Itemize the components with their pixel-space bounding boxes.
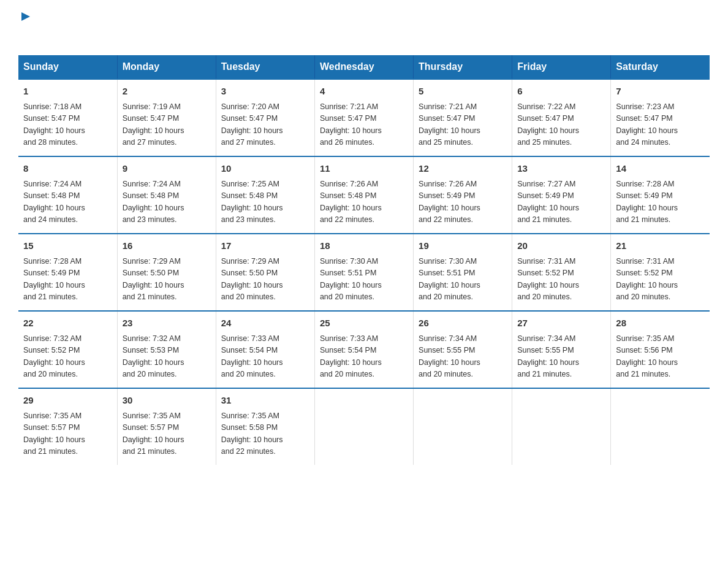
calendar-cell	[512, 388, 611, 465]
day-info: Sunrise: 7:19 AMSunset: 5:47 PMDaylight:…	[123, 101, 211, 149]
day-number: 1	[23, 85, 112, 99]
day-info: Sunrise: 7:21 AMSunset: 5:47 PMDaylight:…	[419, 101, 507, 149]
calendar-week-row: 8Sunrise: 7:24 AMSunset: 5:48 PMDaylight…	[18, 156, 710, 234]
day-number: 15	[23, 239, 112, 253]
calendar-cell: 29Sunrise: 7:35 AMSunset: 5:57 PMDayligh…	[18, 388, 117, 465]
day-info: Sunrise: 7:22 AMSunset: 5:47 PMDaylight:…	[517, 101, 605, 149]
day-number: 3	[221, 85, 309, 99]
calendar-header-row: SundayMondayTuesdayWednesdayThursdayFrid…	[18, 55, 710, 79]
day-number: 12	[419, 162, 507, 176]
calendar-cell: 27Sunrise: 7:34 AMSunset: 5:55 PMDayligh…	[512, 311, 611, 388]
calendar-cell: 13Sunrise: 7:27 AMSunset: 5:49 PMDayligh…	[512, 156, 611, 234]
day-info: Sunrise: 7:32 AMSunset: 5:53 PMDaylight:…	[123, 333, 211, 381]
calendar-cell: 20Sunrise: 7:31 AMSunset: 5:52 PMDayligh…	[512, 234, 611, 311]
calendar-cell: 1Sunrise: 7:18 AMSunset: 5:47 PMDaylight…	[18, 79, 117, 156]
day-info: Sunrise: 7:35 AMSunset: 5:56 PMDaylight:…	[616, 333, 705, 381]
day-info: Sunrise: 7:31 AMSunset: 5:52 PMDaylight:…	[616, 256, 705, 304]
calendar-cell: 14Sunrise: 7:28 AMSunset: 5:49 PMDayligh…	[611, 156, 710, 234]
header-sunday: Sunday	[18, 55, 117, 79]
day-number: 16	[123, 239, 211, 253]
calendar-cell: 31Sunrise: 7:35 AMSunset: 5:58 PMDayligh…	[216, 388, 314, 465]
calendar-table: SundayMondayTuesdayWednesdayThursdayFrid…	[18, 55, 710, 465]
calendar-cell	[611, 388, 710, 465]
day-number: 13	[517, 162, 605, 176]
day-info: Sunrise: 7:27 AMSunset: 5:49 PMDaylight:…	[517, 178, 605, 226]
day-info: Sunrise: 7:30 AMSunset: 5:51 PMDaylight:…	[419, 256, 507, 304]
header-thursday: Thursday	[414, 55, 512, 79]
day-number: 4	[320, 85, 408, 99]
calendar-cell: 8Sunrise: 7:24 AMSunset: 5:48 PMDaylight…	[18, 156, 117, 234]
day-number: 19	[419, 239, 507, 253]
day-info: Sunrise: 7:29 AMSunset: 5:50 PMDaylight:…	[123, 256, 211, 304]
day-info: Sunrise: 7:31 AMSunset: 5:52 PMDaylight:…	[517, 256, 605, 304]
day-info: Sunrise: 7:24 AMSunset: 5:48 PMDaylight:…	[123, 178, 211, 226]
day-number: 25	[320, 316, 408, 331]
day-number: 22	[23, 316, 112, 331]
calendar-cell: 2Sunrise: 7:19 AMSunset: 5:47 PMDaylight…	[117, 79, 216, 156]
day-number: 24	[221, 316, 309, 331]
day-info: Sunrise: 7:21 AMSunset: 5:47 PMDaylight:…	[320, 101, 408, 149]
day-number: 23	[123, 316, 211, 331]
day-number: 18	[320, 239, 408, 253]
calendar-cell: 18Sunrise: 7:30 AMSunset: 5:51 PMDayligh…	[314, 234, 413, 311]
calendar-cell: 15Sunrise: 7:28 AMSunset: 5:49 PMDayligh…	[18, 234, 117, 311]
calendar-cell: 5Sunrise: 7:21 AMSunset: 5:47 PMDaylight…	[414, 79, 512, 156]
day-number: 30	[123, 394, 211, 408]
calendar-cell: 16Sunrise: 7:29 AMSunset: 5:50 PMDayligh…	[117, 234, 216, 311]
calendar-week-row: 29Sunrise: 7:35 AMSunset: 5:57 PMDayligh…	[18, 388, 710, 465]
calendar-cell: 26Sunrise: 7:34 AMSunset: 5:55 PMDayligh…	[414, 311, 512, 388]
calendar-cell: 17Sunrise: 7:29 AMSunset: 5:50 PMDayligh…	[216, 234, 314, 311]
calendar-cell: 12Sunrise: 7:26 AMSunset: 5:49 PMDayligh…	[414, 156, 512, 234]
calendar-cell: 23Sunrise: 7:32 AMSunset: 5:53 PMDayligh…	[117, 311, 216, 388]
calendar-cell: 10Sunrise: 7:25 AMSunset: 5:48 PMDayligh…	[216, 156, 314, 234]
day-number: 2	[123, 85, 211, 99]
day-info: Sunrise: 7:25 AMSunset: 5:48 PMDaylight:…	[221, 178, 309, 226]
calendar-cell: 28Sunrise: 7:35 AMSunset: 5:56 PMDayligh…	[611, 311, 710, 388]
day-number: 14	[616, 162, 705, 176]
day-info: Sunrise: 7:28 AMSunset: 5:49 PMDaylight:…	[616, 178, 705, 226]
day-number: 17	[221, 239, 309, 253]
logo	[18, 12, 31, 43]
day-number: 5	[419, 85, 507, 99]
calendar-cell	[314, 388, 413, 465]
calendar-cell: 24Sunrise: 7:33 AMSunset: 5:54 PMDayligh…	[216, 311, 314, 388]
calendar-cell: 21Sunrise: 7:31 AMSunset: 5:52 PMDayligh…	[611, 234, 710, 311]
header-friday: Friday	[512, 55, 611, 79]
day-info: Sunrise: 7:35 AMSunset: 5:58 PMDaylight:…	[221, 410, 309, 458]
day-number: 29	[23, 394, 112, 408]
calendar-cell: 6Sunrise: 7:22 AMSunset: 5:47 PMDaylight…	[512, 79, 611, 156]
calendar-week-row: 15Sunrise: 7:28 AMSunset: 5:49 PMDayligh…	[18, 234, 710, 311]
day-info: Sunrise: 7:28 AMSunset: 5:49 PMDaylight:…	[23, 256, 112, 304]
page-header	[18, 12, 710, 43]
day-number: 7	[616, 85, 705, 99]
day-info: Sunrise: 7:30 AMSunset: 5:51 PMDaylight:…	[320, 256, 408, 304]
calendar-week-row: 1Sunrise: 7:18 AMSunset: 5:47 PMDaylight…	[18, 79, 710, 156]
day-number: 26	[419, 316, 507, 331]
calendar-cell: 9Sunrise: 7:24 AMSunset: 5:48 PMDaylight…	[117, 156, 216, 234]
day-number: 6	[517, 85, 605, 99]
day-number: 8	[23, 162, 112, 176]
day-info: Sunrise: 7:18 AMSunset: 5:47 PMDaylight:…	[23, 101, 112, 149]
logo-arrow-icon	[20, 11, 31, 25]
day-number: 27	[517, 316, 605, 331]
day-info: Sunrise: 7:34 AMSunset: 5:55 PMDaylight:…	[419, 333, 507, 381]
header-wednesday: Wednesday	[314, 55, 413, 79]
day-info: Sunrise: 7:33 AMSunset: 5:54 PMDaylight:…	[320, 333, 408, 381]
day-info: Sunrise: 7:34 AMSunset: 5:55 PMDaylight:…	[517, 333, 605, 381]
day-info: Sunrise: 7:35 AMSunset: 5:57 PMDaylight:…	[23, 410, 112, 458]
calendar-cell	[414, 388, 512, 465]
day-info: Sunrise: 7:26 AMSunset: 5:49 PMDaylight:…	[419, 178, 507, 226]
calendar-cell: 4Sunrise: 7:21 AMSunset: 5:47 PMDaylight…	[314, 79, 413, 156]
day-info: Sunrise: 7:33 AMSunset: 5:54 PMDaylight:…	[221, 333, 309, 381]
calendar-cell: 22Sunrise: 7:32 AMSunset: 5:52 PMDayligh…	[18, 311, 117, 388]
day-number: 31	[221, 394, 309, 408]
calendar-cell: 25Sunrise: 7:33 AMSunset: 5:54 PMDayligh…	[314, 311, 413, 388]
calendar-cell: 30Sunrise: 7:35 AMSunset: 5:57 PMDayligh…	[117, 388, 216, 465]
day-number: 9	[123, 162, 211, 176]
header-tuesday: Tuesday	[216, 55, 314, 79]
calendar-week-row: 22Sunrise: 7:32 AMSunset: 5:52 PMDayligh…	[18, 311, 710, 388]
day-info: Sunrise: 7:29 AMSunset: 5:50 PMDaylight:…	[221, 256, 309, 304]
day-info: Sunrise: 7:32 AMSunset: 5:52 PMDaylight:…	[23, 333, 112, 381]
day-number: 11	[320, 162, 408, 176]
day-info: Sunrise: 7:35 AMSunset: 5:57 PMDaylight:…	[123, 410, 211, 458]
